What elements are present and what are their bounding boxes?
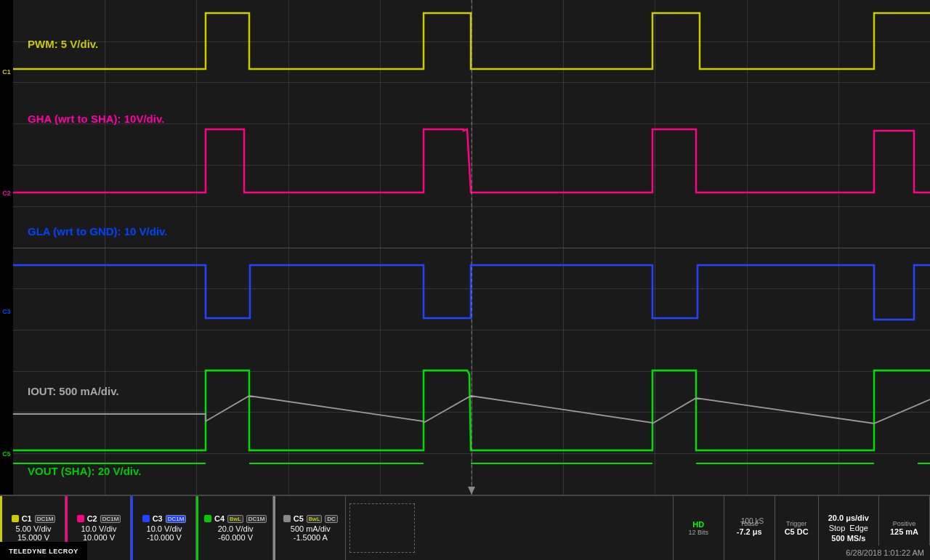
memory-label: 100 kS (741, 517, 764, 525)
timebase-box: Tbase -7.2 μs (724, 496, 775, 560)
trigger-source: C5 DC (785, 527, 809, 536)
ch4-bwl: BwL (227, 515, 243, 523)
sample-rate: 500 MS/s (831, 534, 865, 543)
ch2-box-label: C2 (87, 514, 97, 523)
trigger-level-label: Positive (893, 520, 916, 527)
ch1-coupling: DC1M (35, 515, 56, 523)
scroll-indicator (468, 487, 475, 495)
ch1-volts: 5.00 V/div (16, 524, 52, 533)
ch2-volts: 10.0 V/div (81, 524, 117, 533)
ch3-coupling: DC1M (166, 515, 187, 523)
ch5-coupling: DC (325, 515, 338, 523)
branding: TELEDYNE LECROY (0, 542, 87, 560)
trigger-box: Trigger C5 DC (775, 496, 819, 560)
ch3-indicator: C3 (0, 308, 13, 315)
hd-box: HD 12 Bits (674, 496, 724, 560)
ch4-box-label: C4 (214, 514, 225, 523)
oscilloscope: C1 C2 C3 C5 (0, 0, 930, 560)
tbase-value: -7.2 μs (737, 527, 762, 536)
ch3-box: C3 DC1M 10.0 V/div -10.000 V (131, 496, 196, 560)
hd-label: HD (692, 520, 704, 529)
ch5-box-label: C5 (294, 514, 304, 523)
ch2-indicator: C2 (0, 190, 13, 197)
ch5-bwl: BwL (307, 515, 323, 523)
ch4-indicator: C5 (0, 450, 13, 458)
stop-label: Stop (829, 524, 846, 532)
ch2-coupling: DC1M (100, 515, 121, 523)
time-div: 20.0 μs/div (828, 514, 869, 522)
ch3-box-label: C3 (153, 514, 163, 523)
ch3-offset: -10.000 V (147, 533, 182, 542)
waveform-area: PWM: 5 V/div. GHA (wrt to SHA): 10V/div.… (13, 0, 930, 495)
ch1-offset: 15.000 V (17, 533, 49, 542)
trigger-level-value: 125 mA (890, 527, 918, 536)
datetime: 6/28/2018 1:01:22 AM (840, 545, 930, 560)
trigger-label: Trigger (786, 520, 806, 527)
ch1-box-label: C1 (22, 514, 32, 523)
edge-label: Edge (849, 524, 868, 532)
bits-label: 12 Bits (688, 529, 708, 536)
ch6-box-empty (349, 503, 415, 553)
waveform-svg (13, 0, 930, 495)
ch5-offset: -1.5000 A (294, 533, 328, 542)
ch5-volts: 500 mA/div (291, 524, 331, 533)
brand-text: TELEDYNE LECROY (9, 548, 78, 555)
ch1-indicator: C1 (0, 68, 13, 76)
ch4-coupling: DC1M (246, 515, 267, 523)
ch4-box: C4 BwL DC1M 20.0 V/div -60.000 V (196, 496, 273, 560)
status-bar: C1 DC1M 5.00 V/div 15.000 V C2 DC1M 10.0… (0, 495, 930, 560)
ch3-volts: 10.0 V/div (147, 524, 182, 533)
ch4-volts: 20.0 V/div (218, 524, 254, 533)
ch4-offset: -60.000 V (218, 533, 253, 542)
datetime-value: 6/28/2018 1:01:22 AM (846, 548, 924, 557)
ch5-box: C5 BwL DC 500 mA/div -1.5000 A (273, 496, 346, 560)
ch2-offset: 10.000 V (83, 533, 115, 542)
